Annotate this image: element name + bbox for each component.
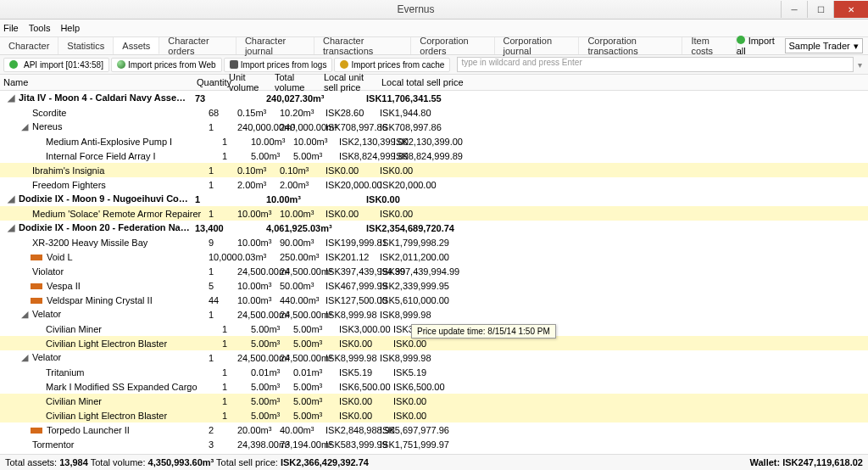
item-name: Velator xyxy=(31,352,63,362)
tab-character-transactions[interactable]: Character transactions xyxy=(314,37,411,54)
tab-character-journal[interactable]: Character journal xyxy=(236,37,314,54)
maximize-button[interactable]: ☐ xyxy=(807,1,833,18)
cell-quantity: 1 xyxy=(220,396,249,406)
cell-unit-volume: 24,500.00m³ xyxy=(236,310,278,320)
asset-row[interactable]: Scordite680.15m³10.20m³ISK28.60ISK1,944.… xyxy=(0,105,868,120)
cell-quantity: 1 xyxy=(207,209,236,219)
cell-total-volume: 10.00m³ xyxy=(292,137,337,147)
asset-row[interactable]: Torpedo Launcher II220.00m³40.00m³ISK2,8… xyxy=(0,422,868,437)
cell-quantity: 1 xyxy=(220,382,249,392)
item-name: Medium 'Solace' Remote Armor Repairer xyxy=(31,209,203,219)
cell-total-sell: ISK1,751,999.97 xyxy=(378,439,462,450)
tab-character[interactable]: Character xyxy=(0,37,58,54)
import-logs-button[interactable]: Import prices from logs xyxy=(224,58,333,72)
location-row[interactable]: ◢Dodixie IX - Moon 20 - Federation Navy … xyxy=(0,221,868,235)
cell-total-volume: 5.00m³ xyxy=(292,396,337,406)
cell-unit-sell: ISK127,500.00 xyxy=(324,295,378,305)
item-name: Jita IV - Moon 4 - Caldari Navy Assembly… xyxy=(17,92,193,103)
column-header-local-total-sell-price[interactable]: Local total sell price xyxy=(378,77,478,87)
filter-input[interactable]: type in wildcard and press Enter xyxy=(457,57,854,72)
character-combo[interactable]: Sample Trader▾ xyxy=(785,38,864,53)
asset-row[interactable]: ◢Nereus1240,000.00m³240,000.00m³ISK708,9… xyxy=(0,120,868,134)
cell-total-volume: 5.00m³ xyxy=(292,339,337,349)
expand-icon[interactable]: ◢ xyxy=(5,193,17,204)
location-row[interactable]: ◢Dodixie IX - Moon 9 - Nugoeihuvi Corpor… xyxy=(0,192,868,206)
asset-row[interactable]: Veldspar Mining Crystal II4410.00m³440.0… xyxy=(0,293,868,307)
cell-total-sell: ISK6,500.00 xyxy=(392,382,476,392)
tab-item-costs[interactable]: Item costs xyxy=(682,37,736,54)
cell-unit-sell: ISK467,999.99 xyxy=(324,281,378,291)
asset-row[interactable]: Civilian Light Electron Blaster15.00m³5.… xyxy=(0,408,868,422)
cell-quantity: 1 xyxy=(207,165,236,176)
cell-total-volume: 240,000.00m³ xyxy=(278,122,324,132)
menu-tools[interactable]: Tools xyxy=(29,23,51,33)
cell-quantity: 1 xyxy=(220,411,249,421)
flag-icon xyxy=(31,283,42,289)
column-header-name[interactable]: Name xyxy=(0,77,193,87)
asset-row[interactable]: Internal Force Field Array I15.00m³5.00m… xyxy=(0,148,868,163)
column-header-local-unit-sell-price[interactable]: Local unit sell price xyxy=(320,72,378,92)
cell-unit-sell: ISK8,999.98 xyxy=(324,310,378,320)
cell-quantity: 1 xyxy=(207,353,236,363)
cell-unit-sell: ISK0.00 xyxy=(324,209,378,219)
status-ok-icon xyxy=(9,60,18,69)
asset-row[interactable]: Ibrahim's Insignia10.10m³0.10m³ISK0.00IS… xyxy=(0,163,868,177)
cell-quantity: 3 xyxy=(207,439,236,450)
location-row[interactable]: ◢Jita IV - Moon 4 - Caldari Navy Assembl… xyxy=(0,91,868,105)
cell-total-volume: 440.00m³ xyxy=(278,295,324,305)
asset-row[interactable]: Mark I Modified SS Expanded Cargo15.00m³… xyxy=(0,379,868,394)
tab-character-orders[interactable]: Character orders xyxy=(159,37,236,54)
cell-total-volume: 4,061,925.03m³ xyxy=(264,223,310,233)
cell-quantity: 1 xyxy=(207,266,236,277)
asset-row[interactable]: Freedom Fighters12.00m³2.00m³ISK20,000.0… xyxy=(0,177,868,192)
minimize-button[interactable]: ─ xyxy=(781,1,807,18)
tab-statistics[interactable]: Statistics xyxy=(58,37,114,54)
item-name: Civilian Light Electron Blaster xyxy=(44,411,169,421)
cell-quantity: 1 xyxy=(220,339,249,349)
menu-help[interactable]: Help xyxy=(60,23,80,33)
column-header-quantity[interactable]: Quantity xyxy=(193,77,225,87)
tab-assets[interactable]: Assets xyxy=(114,37,159,54)
column-header-unit-volume[interactable]: Unit volume xyxy=(225,72,271,92)
asset-row[interactable]: Medium Anti-Explosive Pump I110.00m³10.0… xyxy=(0,134,868,148)
asset-row[interactable]: ◢Velator124,500.00m³24,500.00m³ISK8,999.… xyxy=(0,307,868,322)
import-cache-button[interactable]: Import prices from cache xyxy=(334,58,450,72)
asset-row[interactable]: ◢Velator124,500.00m³24,500.00m³ISK8,999.… xyxy=(0,350,868,365)
item-name: Freedom Fighters xyxy=(31,180,108,190)
tab-corporation-orders[interactable]: Corporation orders xyxy=(411,37,494,54)
import-all-button[interactable]: Import all xyxy=(737,36,778,56)
expand-icon[interactable]: ◢ xyxy=(19,309,31,320)
cell-total-sell: ISK2,339,999.95 xyxy=(378,281,462,291)
cell-total-sell: ISK1,799,998.29 xyxy=(378,238,462,248)
asset-row[interactable]: Civilian Miner15.00m³5.00m³ISK0.00ISK0.0… xyxy=(0,394,868,408)
cell-unit-sell: ISK2,130,399.00 xyxy=(337,137,392,147)
cell-total-volume: 24,500.00m³ xyxy=(278,266,324,277)
menu-file[interactable]: File xyxy=(3,23,19,33)
cell-total-sell: ISK708,997.86 xyxy=(378,122,462,132)
cell-total-sell: ISK8,999.98 xyxy=(378,353,462,363)
asset-row[interactable]: XR-3200 Heavy Missile Bay910.00m³90.00m³… xyxy=(0,235,868,249)
asset-row[interactable]: Vespa II510.00m³50.00m³ISK467,999.99ISK2… xyxy=(0,278,868,293)
cell-total-sell: ISK0.00 xyxy=(392,411,476,421)
expand-icon[interactable]: ◢ xyxy=(19,121,31,132)
flag-icon xyxy=(31,255,42,260)
import-web-button[interactable]: Import prices from Web xyxy=(111,58,222,72)
asset-row[interactable]: Void L10,0000.03m³250.00m³ISK201.12ISK2,… xyxy=(0,249,868,264)
cell-total-sell: ISK2,011,200.00 xyxy=(378,252,462,262)
asset-row[interactable]: Tormentor324,398.00m³73,194.00m³ISK583,9… xyxy=(0,437,868,451)
tab-corporation-journal[interactable]: Corporation journal xyxy=(495,37,580,54)
cell-quantity: 13,400 xyxy=(193,223,222,233)
column-header-total-volume[interactable]: Total volume xyxy=(271,72,320,92)
asset-row[interactable]: Tritanium10.01m³0.01m³ISK5.19ISK5.19 xyxy=(0,365,868,379)
api-import-button[interactable]: API import [01:43:58] xyxy=(3,58,109,72)
expand-icon[interactable]: ◢ xyxy=(19,352,31,363)
close-button[interactable]: ✕ xyxy=(833,1,868,18)
cell-total-sell: ISK20,000.00 xyxy=(378,180,462,190)
asset-row[interactable]: Violator124,500.00m³24,500.00m³ISK397,43… xyxy=(0,264,868,278)
expand-icon[interactable]: ◢ xyxy=(5,222,17,233)
tab-corporation-transactions[interactable]: Corporation transactions xyxy=(579,37,682,54)
expand-icon[interactable]: ◢ xyxy=(5,92,17,104)
dropdown-icon[interactable]: ▾ xyxy=(858,60,862,70)
cell-total-volume: 10.00m³ xyxy=(264,194,310,204)
asset-row[interactable]: Medium 'Solace' Remote Armor Repairer110… xyxy=(0,206,868,221)
